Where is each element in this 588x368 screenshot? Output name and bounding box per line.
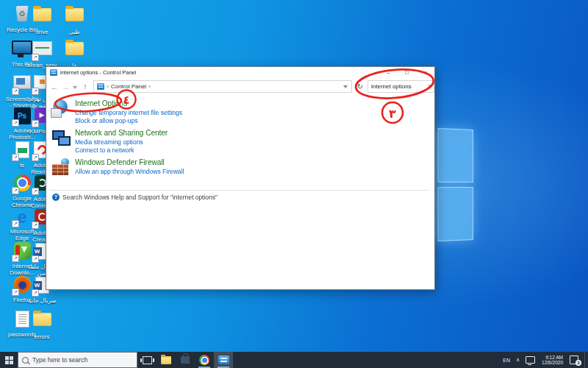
desktop-icon-errors[interactable]: errors [25,309,59,341]
result-link[interactable]: Media streaming options [75,138,168,146]
desktop-icon-label: drive [25,29,59,36]
help-question-icon: ? [52,194,60,201]
file-explorer-icon [161,356,171,364]
network-icon [526,356,535,364]
notification-badge: 3 [576,360,581,366]
tray-date: 12/6/2020 [542,360,563,366]
result-link[interactable]: Connect to a network [75,146,168,154]
folder-icon [31,313,53,333]
task-view-button[interactable] [137,352,157,368]
result-internet-options: Internet Options Change temporary intern… [52,99,429,124]
shortcut-arrow-icon [12,220,19,227]
start-button[interactable] [0,352,18,368]
clock[interactable]: 9:12 AM 12/6/2020 [538,352,567,368]
control-panel-icon [97,83,104,90]
breadcrumb-control-panel[interactable]: Control Panel [111,83,146,90]
shortcut-arrow-icon [12,187,19,194]
back-button[interactable]: ← [49,79,60,94]
action-center-icon: 3 [570,355,578,364]
minimize-button[interactable]: – [379,67,398,78]
desktop-icon-drive[interactable]: drive [25,4,59,36]
result-link[interactable]: Allow an app through Windows Firewall [75,168,184,175]
search-results-pane: Internet Options Change temporary intern… [46,96,434,289]
recent-pages-caret-icon[interactable] [73,86,77,89]
chrome-taskbar-button[interactable] [195,352,214,368]
shortcut-arrow-icon [12,289,19,296]
result-network-sharing: Network and Sharing Center Media streami… [52,129,429,154]
taskbar-search-box[interactable]: Type here to search [18,352,137,368]
shortcut-arrow-icon [32,255,39,263]
shortcut-arrow-icon [32,154,39,161]
chrome-icon [199,355,209,365]
shortcut-arrow-icon [32,120,39,127]
results-separator [49,190,429,191]
control-panel-icon [50,69,57,76]
result-defender-firewall: Windows Defender Firewall Allow an app t… [52,158,429,176]
tray-time: 9:12 AM [545,355,563,361]
shortcut-arrow-icon [32,188,39,195]
up-button[interactable]: ↑ [80,79,90,94]
language-indicator[interactable]: EN [500,352,513,368]
help-search-link[interactable]: Search Windows Help and Support for "int… [62,194,218,201]
clear-search-icon[interactable]: × [428,81,431,92]
folder-icon [63,8,85,28]
desktop-icon-folder-ar1[interactable]: طبی [57,4,91,36]
breadcrumb-chevron: › [107,83,109,90]
address-bar[interactable]: › Control Panel › [93,80,352,93]
network-sharing-icon [52,129,70,146]
result-title-internet-options[interactable]: Internet Options [75,99,182,108]
control-panel-search-box[interactable]: internet options × [368,80,434,93]
folder-icon [63,42,85,62]
shortcut-arrow-icon [32,88,39,95]
result-title-network-sharing[interactable]: Network and Sharing Center [75,129,168,138]
show-desktop-button[interactable] [584,352,588,368]
close-button[interactable]: × [416,67,434,78]
internet-options-icon [52,99,70,117]
result-link[interactable]: Block or allow pop-ups [75,117,182,124]
store-icon [181,356,190,364]
server-shortcut-icon [31,41,53,61]
taskbar-search-placeholder: Type here to search [32,356,87,364]
forward-button[interactable]: → [61,79,71,94]
store-button[interactable] [176,352,195,368]
breadcrumb-chevron[interactable]: › [148,83,151,90]
desktop: Recycle Bin This PC Screenshots - Shortc… [0,0,588,368]
help-link-row: ? Search Windows Help and Support for "i… [52,194,218,201]
address-dropdown-caret-icon[interactable] [343,85,348,88]
desktop-icon-label: طبی [57,29,91,36]
window-title: internet options - Control Panel [60,69,136,76]
refresh-button[interactable]: ↻ [355,80,365,93]
network-tray-button[interactable] [523,352,538,368]
search-input-value[interactable]: internet options [371,83,428,90]
control-panel-taskbar-button[interactable] [214,352,233,368]
control-panel-window: internet options - Control Panel – □ × ←… [46,66,435,290]
control-panel-icon [218,355,229,364]
shortcut-arrow-icon [32,54,39,61]
navigation-toolbar: ← → ↑ › Control Panel › ↻ internet optio… [46,78,434,96]
task-view-icon [143,356,152,364]
result-link[interactable]: Change temporary internet file settings [75,109,182,116]
search-icon [22,357,29,364]
shortcut-arrow-icon [32,222,39,229]
tray-chevron-icon[interactable]: ∧ [513,352,523,368]
shortcut-arrow-icon [12,119,19,127]
shortcut-arrow-icon [32,289,39,297]
system-tray: EN ∧ 9:12 AM 12/6/2020 3 [500,352,588,368]
windows-start-icon [5,356,13,364]
shortcut-arrow-icon [12,255,19,262]
maximize-button[interactable]: □ [398,67,416,78]
action-center-button[interactable]: 3 [567,352,581,368]
folder-icon [31,8,53,28]
desktop-icon-folder-ar2[interactable]: فا [57,38,91,70]
shortcut-arrow-icon [12,88,19,95]
result-title-defender-firewall[interactable]: Windows Defender Firewall [75,158,184,167]
desktop-icon-label: errors [25,334,59,341]
shortcut-arrow-icon [12,154,19,161]
title-bar[interactable]: internet options - Control Panel – □ × [46,67,434,78]
firewall-icon [52,158,70,176]
taskbar: Type here to search EN ∧ 9:12 AM 12/6/20… [0,352,588,368]
desktop-icon-label: سربال جاب [25,298,59,305]
file-explorer-button[interactable] [157,352,176,368]
